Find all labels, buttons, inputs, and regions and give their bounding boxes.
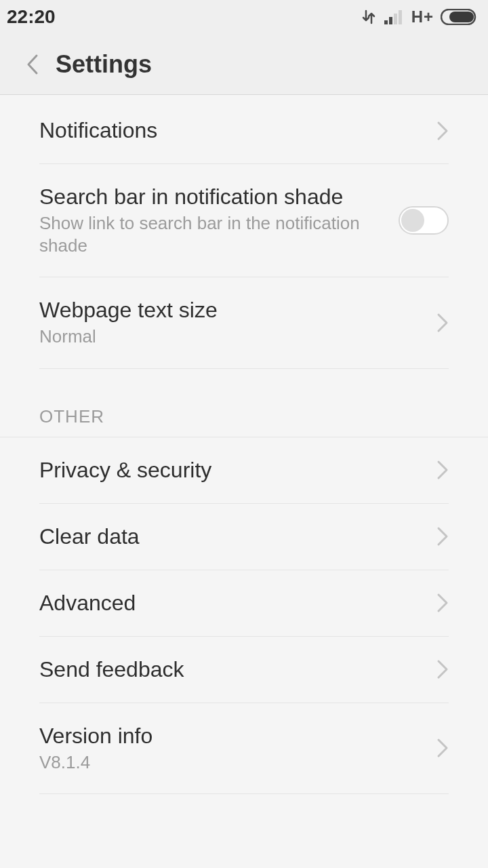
row-version-info[interactable]: Version info V8.1.4 — [39, 703, 449, 795]
chevron-right-icon — [436, 121, 449, 141]
settings-list: Notifications Search bar in notification… — [0, 95, 488, 794]
row-webpage-text-size[interactable]: Webpage text size Normal — [39, 277, 449, 369]
section-header-other: OTHER — [0, 369, 488, 437]
row-clear-data[interactable]: Clear data — [39, 504, 449, 570]
battery-icon — [441, 9, 479, 25]
row-title: Version info — [39, 724, 423, 749]
row-subtitle: Normal — [39, 326, 423, 348]
app-header: Settings — [0, 34, 488, 95]
toggle-knob — [401, 209, 424, 232]
chevron-left-icon — [25, 53, 40, 76]
row-privacy-security[interactable]: Privacy & security — [39, 437, 449, 504]
row-title: Privacy & security — [39, 458, 423, 483]
network-type-label: H+ — [411, 7, 434, 26]
signal-icon — [384, 9, 405, 24]
row-notifications[interactable]: Notifications — [39, 95, 449, 164]
data-transfer-icon — [360, 8, 378, 26]
chevron-right-icon — [436, 460, 449, 480]
page-title: Settings — [56, 50, 152, 79]
row-send-feedback[interactable]: Send feedback — [39, 637, 449, 703]
row-title: Advanced — [39, 591, 423, 616]
chevron-right-icon — [436, 738, 449, 758]
row-subtitle: V8.1.4 — [39, 751, 423, 774]
row-title: Notifications — [39, 118, 423, 143]
status-time: 22:20 — [7, 6, 56, 28]
svg-rect-5 — [449, 12, 474, 22]
status-right-icons: H+ — [360, 7, 479, 26]
row-title: Search bar in notification shade — [39, 184, 385, 210]
chevron-right-icon — [436, 526, 449, 547]
chevron-right-icon — [436, 593, 449, 613]
svg-rect-2 — [394, 14, 397, 24]
row-title: Webpage text size — [39, 298, 423, 323]
svg-rect-3 — [399, 10, 402, 24]
row-title: Send feedback — [39, 657, 423, 682]
svg-rect-1 — [389, 17, 392, 24]
search-shade-toggle[interactable] — [399, 206, 449, 235]
svg-rect-0 — [384, 20, 388, 24]
chevron-right-icon — [436, 313, 449, 333]
chevron-right-icon — [436, 659, 449, 679]
row-advanced[interactable]: Advanced — [39, 570, 449, 637]
row-title: Clear data — [39, 524, 423, 549]
row-subtitle: Show link to search bar in the notificat… — [39, 212, 385, 256]
row-search-shade[interactable]: Search bar in notification shade Show li… — [39, 164, 449, 277]
status-bar: 22:20 H+ — [0, 0, 488, 34]
back-button[interactable] — [20, 52, 45, 77]
